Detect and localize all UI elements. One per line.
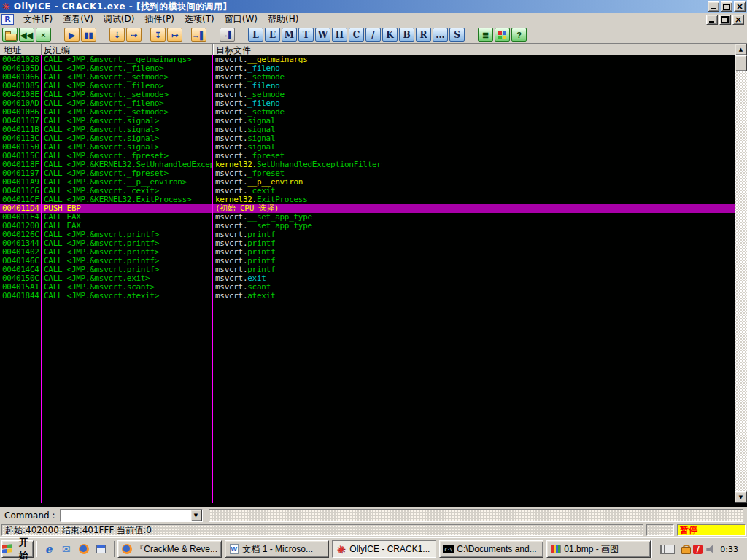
patches-window-button[interactable]: /	[365, 28, 381, 42]
toolbar-gap	[184, 34, 191, 35]
table-row[interactable]: 0040150CCALL <JMP.&msvcrt.exit>msvcrt.ex…	[0, 274, 735, 283]
menu-options[interactable]: 选项(T)	[179, 12, 220, 26]
appearance-button[interactable]	[495, 28, 510, 42]
table-row[interactable]: 004010B6CALL <JMP.&msvcrt._setmode>msvcr…	[0, 108, 735, 117]
volume-tray-icon[interactable]	[706, 545, 715, 553]
cpu-window-button[interactable]: C	[349, 28, 364, 42]
table-row[interactable]: 0040146CCALL <JMP.&msvcrt.printf>msvcrt.…	[0, 257, 735, 265]
table-row[interactable]: 004010ADCALL <JMP.&msvcrt._fileno>msvcrt…	[0, 99, 735, 108]
scroll-up-button[interactable]: ▲	[735, 44, 747, 55]
minimize-button[interactable]	[708, 1, 719, 12]
table-row[interactable]: 00401150CALL <JMP.&msvcrt.signal>msvcrt.…	[0, 143, 735, 152]
run-button[interactable]: ▶	[64, 28, 80, 42]
execute-till-return-button[interactable]: →▌	[191, 28, 206, 42]
source-window-button[interactable]: S	[449, 28, 465, 42]
task-button[interactable]: 01.bmp - 画图	[546, 540, 651, 558]
table-row[interactable]: 0040118FCALL <JMP.&KERNEL32.SetUnhandled…	[0, 160, 735, 169]
table-row[interactable]: 004014C4CALL <JMP.&msvcrt.printf>msvcrt.…	[0, 265, 735, 274]
table-row[interactable]: 004011CFCALL <JMP.&KERNEL32.ExitProcess>…	[0, 195, 735, 204]
quick-launch-desktop[interactable]	[96, 543, 107, 555]
table-row[interactable]: 00401085CALL <JMP.&msvcrt._fileno>msvcrt…	[0, 82, 735, 90]
command-dropdown-button[interactable]: ▼	[190, 510, 202, 521]
table-row[interactable]: 00401028CALL <JMP.&msvcrt.__getmainargs>…	[0, 55, 735, 64]
table-row[interactable]: 00401107CALL <JMP.&msvcrt.signal>msvcrt.…	[0, 117, 735, 125]
restart-button[interactable]: ◀◀	[19, 28, 34, 42]
references-window-button[interactable]: R	[416, 28, 431, 42]
scrollbar-thumb[interactable]	[735, 55, 747, 71]
table-row[interactable]: 004011C6CALL <JMP.&msvcrt._cexit>msvcrt.…	[0, 187, 735, 195]
cell-address: 00401028	[0, 55, 42, 64]
executables-window-button[interactable]: E	[265, 28, 280, 42]
cell-destination: msvcrt._fileno	[213, 82, 735, 90]
threads-window-button[interactable]: T	[298, 28, 314, 42]
table-row[interactable]: 00401200CALL EAXmsvcrt.__set_app_type	[0, 222, 735, 230]
table-row[interactable]: 0040126CCALL <JMP.&msvcrt.printf>msvcrt.…	[0, 230, 735, 239]
close-button[interactable]: ×	[734, 1, 746, 12]
handles-window-icon: H	[336, 31, 344, 39]
table-row[interactable]: 004011E4CALL EAXmsvcrt.__set_app_type	[0, 213, 735, 222]
menu-debug[interactable]: 调试(D)	[98, 12, 140, 26]
open-button[interactable]	[2, 28, 18, 42]
close-button[interactable]: ×	[36, 28, 51, 42]
animate-over-button[interactable]: ↦	[167, 28, 182, 42]
table-row[interactable]: 0040105DCALL <JMP.&msvcrt._fileno>msvcrt…	[0, 64, 735, 73]
table-row[interactable]: 004011A9CALL <JMP.&msvcrt.__p__environ>m…	[0, 178, 735, 187]
lock-tray-icon[interactable]	[681, 545, 689, 554]
scroll-down-button[interactable]: ▼	[735, 491, 747, 503]
menu-plugins[interactable]: 插件(P)	[139, 12, 179, 26]
menu-help[interactable]: 帮助(H)	[263, 12, 303, 26]
animate-into-button[interactable]: ↧	[150, 28, 166, 42]
quick-launch-ie[interactable]: e	[43, 543, 55, 555]
memory-window-button[interactable]: M	[282, 28, 297, 42]
task-button[interactable]: C:\C:\Documents and...	[439, 540, 543, 558]
mdi-minimize-button[interactable]	[706, 15, 718, 25]
vertical-scrollbar[interactable]: ▲ ▼	[735, 44, 747, 503]
pause-button[interactable]: ▮▮	[81, 28, 96, 42]
table-row[interactable]: 00401844CALL <JMP.&msvcrt.atexit>msvcrt.…	[0, 292, 735, 300]
mdi-child-icon[interactable]: R	[1, 14, 14, 25]
table-row[interactable]: 00401197CALL <JMP.&msvcrt._fpreset>msvcr…	[0, 169, 735, 178]
call-stack-window-button[interactable]: K	[382, 28, 398, 42]
quick-launch-outlook[interactable]: ✉	[61, 543, 72, 555]
help-button-button[interactable]: ?	[511, 28, 527, 42]
command-input[interactable]	[62, 510, 187, 521]
mdi-restore-button[interactable]	[719, 15, 731, 25]
start-button[interactable]: 开始	[1, 540, 34, 558]
options-dialog-button[interactable]: ≣	[478, 28, 493, 42]
table-row[interactable]: 0040115CCALL <JMP.&msvcrt._fpreset>msvcr…	[0, 152, 735, 160]
handles-window-button[interactable]: H	[332, 28, 347, 42]
cell-disassembly: CALL <JMP.&msvcrt.signal>	[42, 143, 213, 152]
go-to-button[interactable]: →▌	[220, 28, 235, 42]
table-row[interactable]: 0040108ECALL <JMP.&msvcrt._setmode>msvcr…	[0, 90, 735, 99]
destination-function: atexit	[247, 292, 275, 300]
step-into-button[interactable]: ⇣	[109, 28, 125, 42]
windows-window-icon: W	[318, 31, 328, 39]
breakpoints-window-button[interactable]: B	[399, 28, 414, 42]
restore-button[interactable]	[721, 1, 732, 12]
task-button[interactable]: W文档 1 - Microso...	[225, 540, 329, 558]
step-over-button[interactable]: ⇢	[126, 28, 142, 42]
log-window-button[interactable]: L	[248, 28, 263, 42]
run-trace-window-button[interactable]: ...	[433, 28, 448, 42]
task-button[interactable]: ✳OllyICE - CRACK1...	[332, 540, 436, 558]
table-row[interactable]: 004015A1CALL <JMP.&msvcrt.scanf>msvcrt.s…	[0, 283, 735, 292]
menu-file[interactable]: 文件(F)	[18, 12, 58, 26]
quick-launch-firefox[interactable]	[78, 543, 90, 555]
cell-destination: msvcrt.printf	[213, 265, 735, 274]
mdi-close-button[interactable]: ×	[732, 15, 744, 25]
table-row[interactable]: 0040113CCALL <JMP.&msvcrt.signal>msvcrt.…	[0, 134, 735, 143]
antivirus-tray-icon[interactable]: ∕	[693, 545, 703, 554]
table-row[interactable]: 0040111BCALL <JMP.&msvcrt.signal>msvcrt.…	[0, 125, 735, 134]
windows-window-button[interactable]: W	[315, 28, 330, 42]
quick-launch-bar: e✉	[39, 543, 112, 555]
menu-view[interactable]: 查看(V)	[58, 12, 98, 26]
task-icon-wrap: ✳	[336, 544, 347, 555]
table-row[interactable]: 004011D4PUSH EBP(初始 CPU 选择)	[0, 204, 735, 213]
task-button[interactable]: 『CrackMe & Reve...	[117, 540, 222, 558]
input-method-icon[interactable]	[660, 545, 675, 554]
table-row[interactable]: 00401066CALL <JMP.&msvcrt._setmode>msvcr…	[0, 73, 735, 82]
menu-window[interactable]: 窗口(W)	[220, 12, 263, 26]
table-row[interactable]: 00401402CALL <JMP.&msvcrt.printf>msvcrt.…	[0, 248, 735, 257]
destination-module: kernel32.	[215, 195, 257, 204]
table-row[interactable]: 00401344CALL <JMP.&msvcrt.printf>msvcrt.…	[0, 239, 735, 248]
